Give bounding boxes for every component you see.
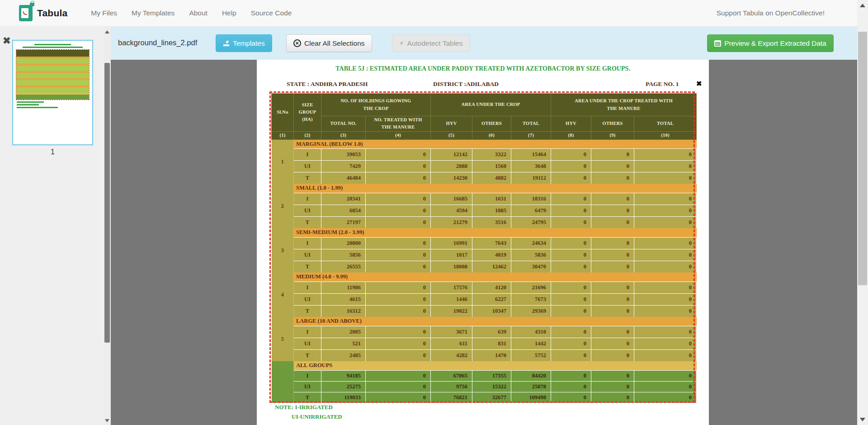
scroll-up-icon[interactable]	[860, 4, 865, 7]
brand[interactable]: Tabula	[19, 5, 67, 21]
nav-link-source-code[interactable]: Source Code	[244, 9, 299, 17]
window-scrollbar[interactable]	[857, 0, 868, 425]
pdf-viewport: TABLE 5J : ESTIMATED AREA UNDER PADDY TR…	[111, 60, 857, 425]
document-filename: background_lines_2.pdf	[118, 38, 197, 47]
lightning-bolt-icon: ⚡︎	[399, 39, 404, 48]
document-toolbar: background_lines_2.pdf Templates Clear A…	[111, 27, 857, 60]
save-template-icon	[223, 40, 230, 47]
remove-page-icon[interactable]: ✖	[3, 36, 11, 45]
preview-export-button[interactable]: Preview & Export Extracted Data	[707, 34, 834, 52]
document-table-title: TABLE 5J : ESTIMATED AREA UNDER PADDY TR…	[257, 65, 709, 72]
top-navbar: Tabula My Files My Templates About Help …	[0, 0, 868, 27]
tabula-app: Tabula My Files My Templates About Help …	[0, 0, 868, 425]
nav-link-my-templates[interactable]: My Templates	[124, 9, 182, 17]
page-thumbnail[interactable]	[12, 40, 93, 145]
doc-note-line1: NOTE: I-IRRIGATED	[275, 404, 333, 411]
clear-selections-icon	[293, 39, 301, 47]
scroll-down-icon[interactable]	[860, 418, 865, 421]
nav-link-about[interactable]: About	[182, 9, 215, 17]
templates-button[interactable]: Templates	[216, 34, 272, 52]
pdf-page[interactable]: TABLE 5J : ESTIMATED AREA UNDER PADDY TR…	[257, 60, 709, 425]
state-label: STATE : ANDHRA PRADESH	[287, 81, 368, 88]
nav-link-support[interactable]: Support Tabula on OpenCollective!	[717, 9, 825, 17]
scroll-down-icon[interactable]	[105, 419, 109, 422]
sidebar-scrollbar[interactable]	[104, 27, 111, 425]
remove-selection-icon[interactable]: ✖	[696, 80, 702, 88]
nav-link-my-files[interactable]: My Files	[84, 9, 124, 17]
clear-all-selections-button[interactable]: Clear All Selections	[286, 34, 372, 52]
lock-icon	[30, 3, 34, 6]
nav-link-help[interactable]: Help	[215, 9, 244, 17]
autodetect-tables-button[interactable]: ⚡︎ Autodetect Tables	[392, 34, 470, 52]
thumbnail-selection-overlay	[16, 49, 90, 100]
brand-name: Tabula	[37, 8, 67, 19]
page-thumbnail-sidebar: ✖ 1	[0, 27, 111, 425]
tabula-logo-icon	[19, 5, 33, 21]
sidebar-scrollbar-thumb[interactable]	[104, 63, 110, 343]
district-label: DISTRICT :ADILABAD	[433, 81, 499, 88]
nav-links: My Files My Templates About Help Source …	[84, 9, 299, 17]
table-selection-box[interactable]	[269, 91, 695, 403]
thumbnail-page-number: 1	[12, 148, 93, 156]
doc-note-line2: UI-UNIRRIGATED	[292, 413, 342, 420]
doc-page-number: PAGE NO. 1	[646, 81, 679, 88]
scroll-up-icon[interactable]	[105, 30, 109, 33]
export-table-icon	[714, 40, 721, 47]
window-scrollbar-thumb[interactable]	[858, 32, 867, 285]
